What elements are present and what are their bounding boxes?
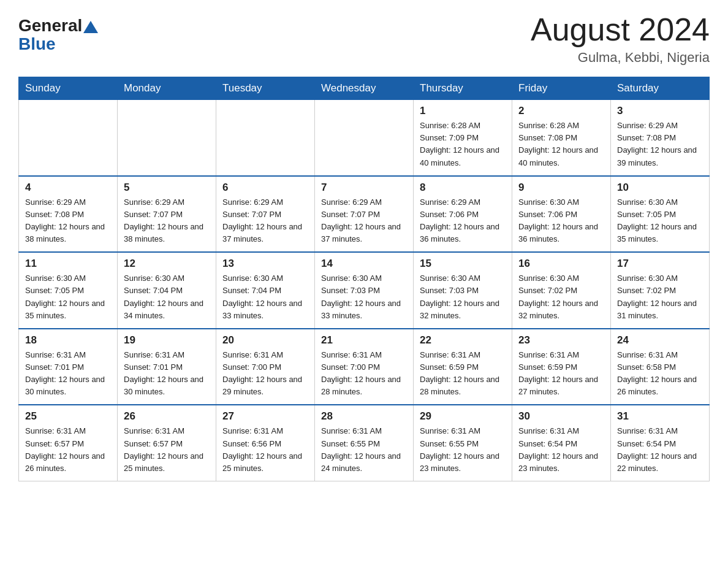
day-number: 10: [617, 182, 703, 194]
calendar-cell: 31Sunrise: 6:31 AMSunset: 6:54 PMDayligh…: [611, 405, 710, 481]
calendar-cell: 24Sunrise: 6:31 AMSunset: 6:58 PMDayligh…: [611, 329, 710, 405]
day-number: 20: [222, 334, 308, 347]
weekday-header: Friday: [512, 77, 611, 100]
calendar-cell: 25Sunrise: 6:31 AMSunset: 6:57 PMDayligh…: [19, 405, 118, 481]
day-number: 4: [25, 182, 111, 194]
day-info: Sunrise: 6:31 AMSunset: 6:56 PMDaylight:…: [222, 425, 308, 475]
day-info: Sunrise: 6:31 AMSunset: 6:55 PMDaylight:…: [321, 425, 407, 475]
calendar-cell: 5Sunrise: 6:29 AMSunset: 7:07 PMDaylight…: [118, 176, 216, 253]
weekday-header: Sunday: [19, 77, 118, 100]
day-info: Sunrise: 6:30 AMSunset: 7:04 PMDaylight:…: [222, 272, 308, 322]
calendar-cell: 30Sunrise: 6:31 AMSunset: 6:54 PMDayligh…: [512, 405, 611, 481]
day-info: Sunrise: 6:29 AMSunset: 7:07 PMDaylight:…: [222, 196, 308, 246]
calendar-cell: 9Sunrise: 6:30 AMSunset: 7:06 PMDaylight…: [512, 176, 611, 253]
day-number: 25: [25, 410, 111, 423]
day-info: Sunrise: 6:30 AMSunset: 7:03 PMDaylight:…: [420, 272, 506, 322]
day-info: Sunrise: 6:30 AMSunset: 7:06 PMDaylight:…: [518, 196, 604, 246]
day-number: 18: [25, 334, 111, 347]
page-header: General Blue August 2024 Gulma, Kebbi, N…: [18, 12, 710, 66]
day-number: 7: [321, 182, 407, 194]
calendar-cell: 10Sunrise: 6:30 AMSunset: 7:05 PMDayligh…: [611, 176, 710, 253]
calendar-cell: 26Sunrise: 6:31 AMSunset: 6:57 PMDayligh…: [118, 405, 216, 481]
day-info: Sunrise: 6:31 AMSunset: 6:58 PMDaylight:…: [617, 349, 703, 399]
day-number: 30: [518, 410, 604, 423]
calendar-cell: 28Sunrise: 6:31 AMSunset: 6:55 PMDayligh…: [315, 405, 414, 481]
month-year-title: August 2024: [531, 12, 710, 47]
calendar-cell: 2Sunrise: 6:28 AMSunset: 7:08 PMDaylight…: [512, 100, 611, 176]
day-number: 15: [420, 258, 506, 270]
calendar-cell: 14Sunrise: 6:30 AMSunset: 7:03 PMDayligh…: [315, 252, 414, 329]
calendar-cell: 3Sunrise: 6:29 AMSunset: 7:08 PMDaylight…: [611, 100, 710, 176]
title-block: August 2024 Gulma, Kebbi, Nigeria: [531, 12, 710, 66]
calendar-cell: 27Sunrise: 6:31 AMSunset: 6:56 PMDayligh…: [216, 405, 315, 481]
calendar-cell: [315, 100, 414, 176]
day-info: Sunrise: 6:31 AMSunset: 7:00 PMDaylight:…: [321, 349, 407, 399]
day-info: Sunrise: 6:30 AMSunset: 7:05 PMDaylight:…: [25, 272, 111, 322]
calendar-cell: 15Sunrise: 6:30 AMSunset: 7:03 PMDayligh…: [414, 252, 512, 329]
weekday-header: Tuesday: [216, 77, 315, 100]
day-number: 5: [124, 182, 210, 194]
day-number: 6: [222, 182, 308, 194]
day-info: Sunrise: 6:30 AMSunset: 7:05 PMDaylight:…: [617, 196, 703, 246]
calendar-cell: 7Sunrise: 6:29 AMSunset: 7:07 PMDaylight…: [315, 176, 414, 253]
calendar-table: SundayMondayTuesdayWednesdayThursdayFrid…: [18, 77, 710, 481]
day-number: 3: [617, 105, 703, 117]
day-info: Sunrise: 6:31 AMSunset: 6:55 PMDaylight:…: [420, 425, 506, 475]
calendar-cell: [216, 100, 315, 176]
calendar-cell: 22Sunrise: 6:31 AMSunset: 6:59 PMDayligh…: [414, 329, 512, 405]
logo-triangle-icon: [83, 21, 98, 33]
weekday-header: Saturday: [611, 77, 710, 100]
calendar-week-row: 18Sunrise: 6:31 AMSunset: 7:01 PMDayligh…: [19, 329, 710, 405]
calendar-cell: 4Sunrise: 6:29 AMSunset: 7:08 PMDaylight…: [19, 176, 118, 253]
day-info: Sunrise: 6:31 AMSunset: 6:59 PMDaylight:…: [420, 349, 506, 399]
day-number: 24: [617, 334, 703, 347]
day-number: 12: [124, 258, 210, 270]
day-info: Sunrise: 6:30 AMSunset: 7:04 PMDaylight:…: [124, 272, 210, 322]
calendar-cell: 13Sunrise: 6:30 AMSunset: 7:04 PMDayligh…: [216, 252, 315, 329]
logo: General Blue: [18, 12, 99, 54]
day-info: Sunrise: 6:31 AMSunset: 6:57 PMDaylight:…: [124, 425, 210, 475]
day-number: 29: [420, 410, 506, 423]
day-number: 19: [124, 334, 210, 347]
day-number: 13: [222, 258, 308, 270]
day-number: 2: [518, 105, 604, 117]
calendar-week-row: 1Sunrise: 6:28 AMSunset: 7:09 PMDaylight…: [19, 100, 710, 176]
location-subtitle: Gulma, Kebbi, Nigeria: [531, 50, 710, 66]
day-number: 11: [25, 258, 111, 270]
calendar-cell: 29Sunrise: 6:31 AMSunset: 6:55 PMDayligh…: [414, 405, 512, 481]
day-info: Sunrise: 6:29 AMSunset: 7:07 PMDaylight:…: [321, 196, 407, 246]
day-number: 16: [518, 258, 604, 270]
day-info: Sunrise: 6:30 AMSunset: 7:02 PMDaylight:…: [518, 272, 604, 322]
day-info: Sunrise: 6:31 AMSunset: 6:54 PMDaylight:…: [617, 425, 703, 475]
calendar-week-row: 4Sunrise: 6:29 AMSunset: 7:08 PMDaylight…: [19, 176, 710, 253]
calendar-cell: 11Sunrise: 6:30 AMSunset: 7:05 PMDayligh…: [19, 252, 118, 329]
day-info: Sunrise: 6:31 AMSunset: 6:59 PMDaylight:…: [518, 349, 604, 399]
day-info: Sunrise: 6:31 AMSunset: 7:01 PMDaylight:…: [25, 349, 111, 399]
day-number: 27: [222, 410, 308, 423]
calendar-cell: [118, 100, 216, 176]
day-info: Sunrise: 6:29 AMSunset: 7:06 PMDaylight:…: [420, 196, 506, 246]
day-info: Sunrise: 6:28 AMSunset: 7:08 PMDaylight:…: [518, 120, 604, 169]
weekday-header: Thursday: [414, 77, 512, 100]
day-info: Sunrise: 6:31 AMSunset: 6:54 PMDaylight:…: [518, 425, 604, 475]
calendar-cell: 18Sunrise: 6:31 AMSunset: 7:01 PMDayligh…: [19, 329, 118, 405]
day-info: Sunrise: 6:31 AMSunset: 7:00 PMDaylight:…: [222, 349, 308, 399]
calendar-cell: 17Sunrise: 6:30 AMSunset: 7:02 PMDayligh…: [611, 252, 710, 329]
day-info: Sunrise: 6:29 AMSunset: 7:07 PMDaylight:…: [124, 196, 210, 246]
calendar-cell: 19Sunrise: 6:31 AMSunset: 7:01 PMDayligh…: [118, 329, 216, 405]
calendar-cell: 8Sunrise: 6:29 AMSunset: 7:06 PMDaylight…: [414, 176, 512, 253]
day-number: 14: [321, 258, 407, 270]
day-number: 17: [617, 258, 703, 270]
calendar-cell: 21Sunrise: 6:31 AMSunset: 7:00 PMDayligh…: [315, 329, 414, 405]
day-number: 28: [321, 410, 407, 423]
day-number: 22: [420, 334, 506, 347]
day-info: Sunrise: 6:30 AMSunset: 7:03 PMDaylight:…: [321, 272, 407, 322]
calendar-week-row: 11Sunrise: 6:30 AMSunset: 7:05 PMDayligh…: [19, 252, 710, 329]
day-number: 8: [420, 182, 506, 194]
day-number: 26: [124, 410, 210, 423]
calendar-cell: 16Sunrise: 6:30 AMSunset: 7:02 PMDayligh…: [512, 252, 611, 329]
calendar-cell: 6Sunrise: 6:29 AMSunset: 7:07 PMDaylight…: [216, 176, 315, 253]
calendar-cell: 12Sunrise: 6:30 AMSunset: 7:04 PMDayligh…: [118, 252, 216, 329]
day-info: Sunrise: 6:28 AMSunset: 7:09 PMDaylight:…: [420, 120, 506, 169]
day-info: Sunrise: 6:30 AMSunset: 7:02 PMDaylight:…: [617, 272, 703, 322]
